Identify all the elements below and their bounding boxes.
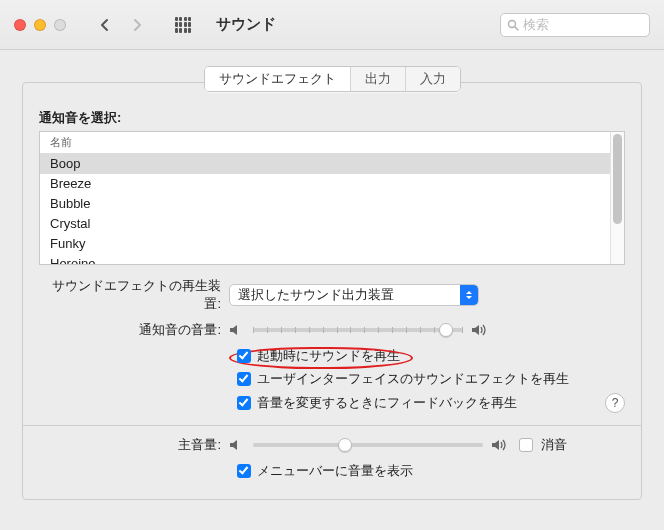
svg-line-1 — [515, 27, 518, 30]
scrollbar-thumb[interactable] — [613, 134, 622, 224]
show-all-button[interactable] — [172, 14, 194, 36]
speaker-high-icon — [471, 323, 491, 337]
alert-sound-rows: Boop Breeze Bubble Crystal Funky Heroine — [40, 154, 610, 264]
startup-sound-checkbox[interactable] — [237, 349, 251, 363]
list-item[interactable]: Bubble — [40, 194, 610, 214]
play-through-value: 選択したサウンド出力装置 — [238, 286, 460, 304]
play-through-row: サウンドエフェクトの再生装置: 選択したサウンド出力装置 — [39, 277, 625, 313]
search-icon — [507, 19, 519, 31]
mute-label: 消音 — [541, 436, 567, 454]
startup-sound-checkbox-row: 起動時にサウンドを再生 — [237, 347, 625, 365]
alert-volume-slider[interactable] — [253, 321, 463, 339]
search-input[interactable] — [523, 17, 643, 32]
ui-effects-checkbox-row: ユーザインターフェイスのサウンドエフェクトを再生 — [237, 370, 625, 388]
divider — [23, 425, 641, 426]
list-item[interactable]: Breeze — [40, 174, 610, 194]
window-controls — [14, 19, 66, 31]
startup-sound-label: 起動時にサウンドを再生 — [257, 347, 400, 365]
chevron-right-icon — [131, 18, 143, 32]
show-volume-in-menubar-label: メニューバーに音量を表示 — [257, 462, 413, 480]
help-button[interactable]: ? — [605, 393, 625, 413]
tab-output[interactable]: 出力 — [351, 67, 406, 91]
speaker-low-icon — [229, 438, 245, 452]
tab-sound-effects[interactable]: サウンドエフェクト — [205, 67, 351, 91]
tab-segmented-control: サウンドエフェクト 出力 入力 — [204, 66, 461, 92]
alert-sound-list: 名前 Boop Breeze Bubble Crystal Funky Hero… — [39, 131, 625, 265]
play-through-label: サウンドエフェクトの再生装置: — [39, 277, 229, 313]
svg-point-0 — [509, 20, 516, 27]
alert-volume-row: 通知音の音量: — [39, 321, 625, 339]
show-volume-in-menubar-checkbox[interactable] — [237, 464, 251, 478]
search-field[interactable] — [500, 13, 650, 37]
alert-volume-label: 通知音の音量: — [39, 321, 229, 339]
output-volume-row: 主音量: 消音 — [39, 436, 625, 454]
forward-button[interactable] — [126, 14, 148, 36]
sound-effects-pane: 通知音を選択: 名前 Boop Breeze Bubble Crystal Fu… — [22, 82, 642, 500]
checkbox-group: 起動時にサウンドを再生 ユーザインターフェイスのサウンドエフェクトを再生 音量を… — [237, 347, 625, 413]
back-button[interactable] — [94, 14, 116, 36]
list-item[interactable]: Heroine — [40, 254, 610, 264]
feedback-checkbox-row: 音量を変更するときにフィードバックを再生 ? — [237, 393, 625, 413]
slider-knob[interactable] — [338, 438, 352, 452]
alert-sound-column-header[interactable]: 名前 — [40, 132, 610, 154]
chevron-left-icon — [99, 18, 111, 32]
ui-effects-checkbox[interactable] — [237, 372, 251, 386]
ui-effects-label: ユーザインターフェイスのサウンドエフェクトを再生 — [257, 370, 569, 388]
tabs: サウンドエフェクト 出力 入力 — [0, 50, 664, 100]
feedback-label: 音量を変更するときにフィードバックを再生 — [257, 394, 517, 412]
list-item[interactable]: Crystal — [40, 214, 610, 234]
tab-input[interactable]: 入力 — [406, 67, 460, 91]
alert-sound-label: 通知音を選択: — [39, 109, 625, 127]
play-through-select[interactable]: 選択したサウンド出力装置 — [229, 284, 479, 306]
list-item[interactable]: Funky — [40, 234, 610, 254]
slider-knob[interactable] — [439, 323, 453, 337]
output-volume-label: 主音量: — [39, 436, 229, 454]
mute-checkbox[interactable] — [519, 438, 533, 452]
feedback-checkbox[interactable] — [237, 396, 251, 410]
menubar-row: メニューバーに音量を表示 — [237, 462, 625, 480]
toolbar: サウンド — [0, 0, 664, 50]
output-volume-slider[interactable] — [253, 436, 483, 454]
speaker-low-icon — [229, 323, 245, 337]
scrollbar[interactable] — [610, 132, 624, 264]
close-window-button[interactable] — [14, 19, 26, 31]
speaker-high-icon — [491, 438, 511, 452]
window-title: サウンド — [216, 15, 276, 34]
grid-icon — [175, 17, 191, 33]
zoom-window-button[interactable] — [54, 19, 66, 31]
minimize-window-button[interactable] — [34, 19, 46, 31]
select-arrows-icon — [460, 285, 478, 305]
list-item[interactable]: Boop — [40, 154, 610, 174]
